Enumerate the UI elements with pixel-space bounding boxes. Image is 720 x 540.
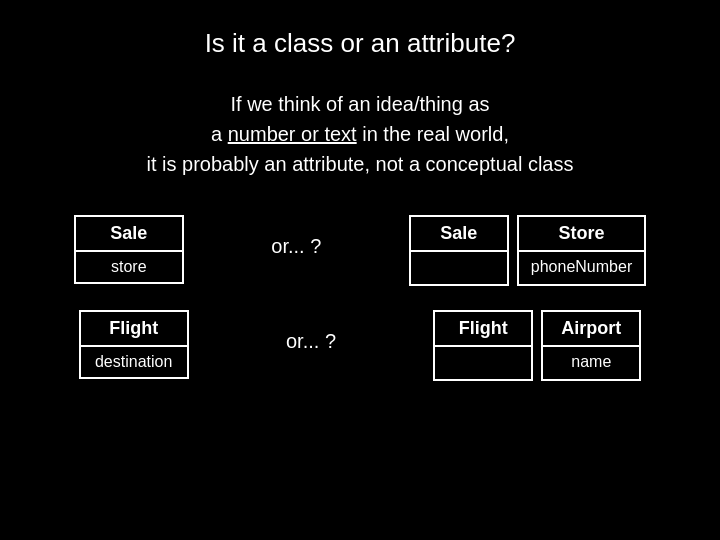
sale-attr-empty	[411, 252, 507, 284]
page-title: Is it a class or an attribute?	[0, 0, 720, 59]
flight-attr-empty	[435, 347, 531, 379]
diagram-sale-store: Sale Store phoneNumber	[409, 215, 646, 286]
subtitle-underline: number or text	[228, 123, 357, 145]
subtitle-line2-post: in the real world,	[357, 123, 509, 145]
diagram-sale-single: Sale store	[74, 215, 184, 284]
sale-single-box: Sale store	[74, 215, 184, 284]
airport-classname: Airport	[543, 312, 639, 347]
diagram-flight-single: Flight destination	[79, 310, 189, 379]
or-label-2: or... ?	[286, 310, 336, 353]
flight-classname: Flight	[435, 312, 531, 347]
sale-store-row: Sale Store phoneNumber	[409, 215, 646, 286]
airport-box: Airport name	[541, 310, 641, 381]
flight-box: Flight	[433, 310, 533, 381]
store-attr: phoneNumber	[519, 252, 644, 282]
or-label-1: or... ?	[271, 215, 321, 258]
subtitle: If we think of an idea/thing as a number…	[0, 89, 720, 179]
store-box: Store phoneNumber	[517, 215, 646, 286]
sale-box: Sale	[409, 215, 509, 286]
diagram-flight-airport: Flight Airport name	[433, 310, 641, 381]
sale-single-attr: store	[76, 252, 182, 282]
flight-single-box: Flight destination	[79, 310, 189, 379]
flight-single-attr: destination	[81, 347, 187, 377]
diagrams-row-2: Flight destination or... ? Flight Airpor…	[0, 310, 720, 381]
diagrams-row-1: Sale store or... ? Sale Store phoneNumbe…	[0, 215, 720, 286]
airport-attr: name	[543, 347, 639, 377]
subtitle-line1: If we think of an idea/thing as	[230, 93, 489, 115]
sale-single-classname: Sale	[76, 217, 182, 252]
subtitle-line2-pre: a	[211, 123, 228, 145]
flight-airport-row: Flight Airport name	[433, 310, 641, 381]
store-classname: Store	[519, 217, 644, 252]
sale-classname: Sale	[411, 217, 507, 252]
subtitle-line3: it is probably an attribute, not a conce…	[147, 153, 574, 175]
flight-single-classname: Flight	[81, 312, 187, 347]
